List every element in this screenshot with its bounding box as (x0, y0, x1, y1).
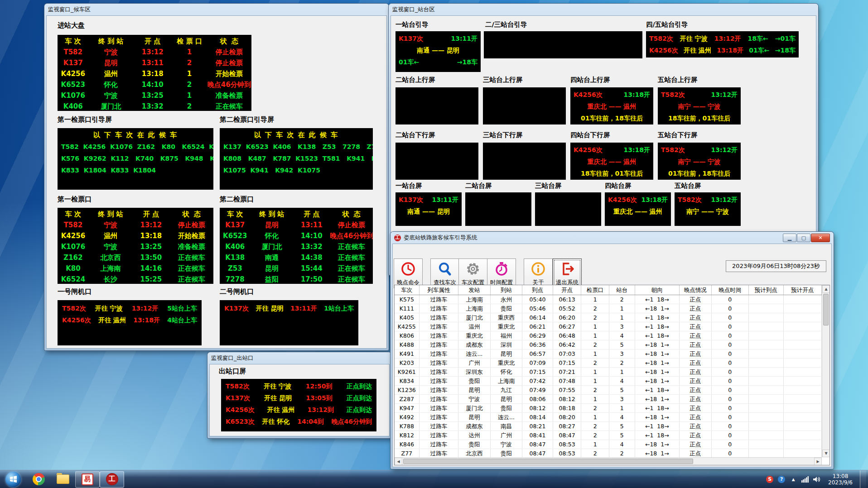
table-row[interactable]: K488过路车成都东深圳06:3606:4225←18 1→正点0 (395, 340, 822, 349)
scroll-left-arrow[interactable]: ◀ (395, 458, 402, 465)
table-row[interactable]: K806过路车重庆北福州06:2906:4814←1 18→正点0 (395, 331, 822, 340)
vertical-scroll-thumb[interactable] (823, 294, 829, 325)
table-cell (784, 422, 822, 431)
column-header[interactable]: 开点 (553, 285, 582, 295)
table-row[interactable]: Z77过路车北京西贵阳08:4708:5322←18 1→正点0 (395, 449, 822, 457)
table-row[interactable]: K4255过路车温州重庆北06:2106:2713←1 18→正点0 (395, 322, 822, 331)
table-row[interactable]: K491过路车连云...昆明06:5707:0313←18 1→正点0 (395, 349, 822, 359)
table-cell: 过路车 (420, 349, 458, 358)
check2-row: 7278益阳17:50正在候车 (220, 274, 373, 284)
table-row[interactable]: K1236过路车昆明九江07:4907:5525←1 18→正点0 (395, 386, 822, 395)
taskbar-explorer-icon[interactable] (51, 471, 75, 488)
platform-screen-board (483, 87, 566, 124)
led-text-segment: K4256次 (649, 47, 678, 55)
table-row[interactable]: K947过路车厦门北贵阳08:1208:1821←1 18→正点0 (395, 404, 822, 413)
scroll-right-arrow[interactable]: ▶ (814, 458, 822, 465)
exit-system-button[interactable]: 退出系统 (553, 258, 582, 288)
window-waiting-area: 监视窗口_候车区 进站大盘 车 次终 到 站开 点检 票 口状 态T582宁波1… (44, 4, 389, 350)
taskbar-clock[interactable]: 13:08 2023/9/6 (825, 473, 856, 486)
table-cell: 过路车 (420, 340, 458, 349)
table-cell: 正点 (680, 368, 712, 376)
exit-board-row: K137次开往 昆明13:05到正点到达 (221, 392, 376, 404)
table-cell: 过路车 (420, 377, 458, 385)
table-row[interactable]: K492过路车昆明连云...08:1408:2014←18 1→正点0 (395, 413, 822, 422)
column-header[interactable]: 晚点情况 (680, 285, 712, 295)
column-header[interactable]: 预计到点 (749, 285, 784, 295)
table-cell: 正点 (680, 395, 712, 403)
column-header[interactable]: 列车属性 (420, 285, 458, 295)
vertical-scrollbar[interactable]: ▲ ▼ (822, 285, 829, 457)
table-cell: 正点 (680, 331, 712, 340)
late-command-button[interactable]: 晚点命令 (394, 258, 423, 288)
taskbar-yi-app-icon[interactable]: 易 (75, 471, 100, 488)
table-row[interactable]: K203过路车广州重庆北07:0907:1522←18 1→正点0 (395, 359, 822, 368)
hidden-icons-chevron-icon[interactable]: ▲ (789, 475, 797, 483)
network-tray-icon[interactable] (801, 475, 809, 483)
volume-tray-icon[interactable] (813, 475, 821, 483)
column-header[interactable]: 站台 (609, 285, 635, 295)
table-cell: 5 (609, 340, 635, 349)
platform-screen-label: 四/五站台引导 (646, 20, 688, 29)
help-tray-icon[interactable]: ? (777, 475, 786, 483)
taskbar-railway-app-icon[interactable]: 工 (100, 471, 124, 488)
led-text-segment: 开往 宁波 (264, 383, 291, 391)
check1-header-row: 车 次终 到 站开 点状 态 (58, 209, 213, 220)
table-cell (749, 295, 784, 304)
table-row[interactable]: K788过路车成都东南昌08:2108:2725←1 18→正点0 (395, 422, 822, 431)
table-cell: ←1 18→ (635, 404, 680, 412)
entry-board-cell: 晚点46分钟到 (207, 81, 251, 89)
gate1-label: 一号闸机口 (58, 287, 92, 296)
table-cell: 08:53 (553, 449, 582, 457)
about-button[interactable]: 关于 (524, 258, 553, 288)
waiting-window-titlebar[interactable]: 监视窗口_候车区 (44, 4, 389, 15)
column-header[interactable]: 发站 (458, 285, 491, 295)
column-header[interactable]: 晚点时间 (712, 285, 749, 295)
main-app-titlebar[interactable]: 工 娄底站铁路旅客候车引导系统 ▁ ▢ ✕ (391, 232, 834, 244)
table-cell: ←18 1→ (635, 440, 680, 449)
table-row[interactable]: K9261过路车深圳东怀化07:1507:2111←18 1→正点0 (395, 368, 822, 377)
exit-window-titlebar[interactable]: 监视窗口_出站口 (207, 352, 391, 364)
time-config-button[interactable]: 时间配置 (487, 258, 516, 288)
maximize-button[interactable]: ▢ (797, 234, 810, 242)
horizontal-scrollbar[interactable]: ◀ ▶ (395, 457, 822, 465)
platform-board-line: T582次13:12开 (658, 144, 741, 156)
scroll-down-arrow[interactable]: ▼ (822, 450, 830, 457)
entry-board-cell: 怀化 (88, 81, 133, 89)
table-row[interactable]: K575过路车上海南永州05:4006:1312←1 18→正点0 (395, 295, 822, 304)
column-header[interactable]: 到点 (522, 285, 553, 295)
table-row[interactable]: K812过路车达州广州08:4108:4725←1 18→正点0 (395, 431, 822, 440)
column-header[interactable]: 朝向 (635, 285, 680, 295)
horizontal-scroll-thumb[interactable] (403, 459, 693, 464)
table-cell: K1236 (395, 386, 420, 394)
start-button[interactable] (0, 471, 26, 488)
led-text-segment: 5站台上车 (167, 305, 197, 313)
led-text-segment: T582次 (661, 146, 685, 154)
check1-cell: 13:18 (132, 232, 170, 240)
table-cell: 0 (712, 386, 749, 394)
search-train-button[interactable]: 查找车次 (430, 258, 459, 288)
platform-board-line: 01车往前，18车往后 (570, 113, 653, 124)
platform-screen-board: K137次13:11开南通 —— 昆明 (395, 192, 462, 226)
table-cell: 0 (712, 404, 749, 412)
table-cell: 07:03 (553, 349, 582, 358)
table-row[interactable]: K846过路车贵阳宁波08:4708:5314←18 1→正点0 (395, 440, 822, 449)
table-row[interactable]: Z287过路车宁波昆明08:0608:1213←18 1→正点0 (395, 395, 822, 404)
scroll-up-arrow[interactable]: ▲ (822, 285, 830, 293)
show-desktop-button[interactable] (860, 470, 866, 488)
s-badge-tray-icon[interactable]: S (766, 475, 774, 483)
close-button[interactable]: ✕ (811, 234, 830, 242)
column-header[interactable]: 检票口 (581, 285, 609, 295)
platform-window-titlebar[interactable]: 监视窗口_站台区 (389, 4, 818, 15)
minimize-button[interactable]: ▁ (783, 234, 796, 242)
train-config-button[interactable]: 车次配置 (458, 258, 487, 288)
table-row[interactable]: K111过路车上海南贵阳05:4605:5221←18 1→正点0 (395, 304, 822, 313)
check2-cell: 益阳 (251, 275, 294, 284)
table-row[interactable]: K405过路车厦门北重庆西06:1406:2021←1 18→正点0 (395, 313, 822, 322)
column-header[interactable]: 车次 (395, 285, 420, 295)
column-header[interactable]: 到站 (491, 285, 523, 295)
table-row[interactable]: K834过路车贵阳上海南07:4207:4814←18 1→正点0 (395, 377, 822, 386)
taskbar-chrome-icon[interactable] (26, 471, 51, 488)
table-cell: 正点 (680, 304, 712, 313)
column-header[interactable]: 预计开点 (784, 285, 822, 295)
entry-board-header-row: 车 次终 到 站开 点检 票 口状 态 (58, 36, 251, 47)
